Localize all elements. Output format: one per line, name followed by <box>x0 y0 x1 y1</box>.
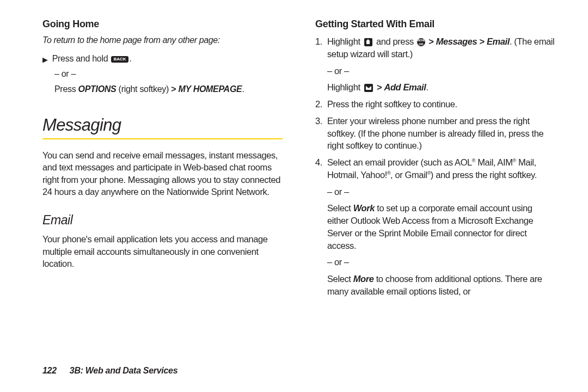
or-separator: – or – <box>327 256 555 268</box>
heading-getting-started: Getting Started With Email <box>315 19 555 30</box>
messaging-body: You can send and receive email messages,… <box>42 149 283 198</box>
step-2: Press the right softkey to continue. <box>315 98 555 111</box>
or-separator: – or – <box>54 69 283 79</box>
select-work: Select Work to set up a corporate email … <box>327 202 555 252</box>
left-column: Going Home To return to the home page fr… <box>42 19 283 302</box>
press-hold-text: Press and hold <box>52 54 111 63</box>
press-hold-instruction: ▶ Press and hold BACK. <box>42 53 283 65</box>
home-icon <box>364 38 372 46</box>
section-messaging: Messaging <box>42 115 283 135</box>
envelope-icon <box>364 84 373 92</box>
yellow-rule <box>42 138 283 139</box>
page-footer: 122 3B: Web and Data Services <box>42 366 177 376</box>
back-key-icon: BACK <box>111 56 128 63</box>
page-number: 122 <box>42 366 57 376</box>
email-steps: Highlight and press MENUOK > Messages > … <box>315 35 555 298</box>
step-4: Select an email provider (such as AOL® M… <box>315 156 555 298</box>
menu-ok-key-icon: MENUOK <box>417 38 425 46</box>
right-column: Getting Started With Email Highlight and… <box>315 19 555 302</box>
chapter-title: 3B: Web and Data Services <box>70 366 178 376</box>
subsection-email: Email <box>42 213 283 228</box>
heading-going-home: Going Home <box>42 19 283 30</box>
step-3: Enter your wireless phone number and pre… <box>315 115 555 152</box>
or-separator: – or – <box>327 186 555 198</box>
step-1: Highlight and press MENUOK > Messages > … <box>315 35 555 94</box>
email-body: Your phone's email application lets you … <box>42 233 283 270</box>
select-more: Select More to choose from additional op… <box>327 273 555 298</box>
or-separator: – or – <box>327 65 555 77</box>
going-home-intro: To return to the home page from any othe… <box>42 35 283 45</box>
highlight-add-email: Highlight > Add Email. <box>327 81 555 94</box>
press-options-line: Press OPTIONS (right softkey) > MY HOMEP… <box>54 83 283 95</box>
dot: . <box>130 54 132 63</box>
triangle-bullet-icon: ▶ <box>42 55 48 65</box>
